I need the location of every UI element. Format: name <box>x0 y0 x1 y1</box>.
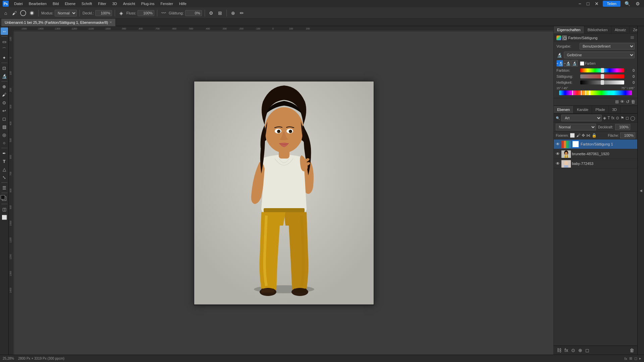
airbrush-icon[interactable]: ◈ <box>118 9 125 17</box>
helligkeit-slider-thumb[interactable] <box>601 80 604 85</box>
stamp-tool[interactable]: ⊙ <box>1 99 8 106</box>
filter-kind-icon[interactable]: ◈ <box>603 116 606 120</box>
sattigung-slider-track[interactable] <box>580 74 624 78</box>
fluss-input[interactable] <box>138 10 154 16</box>
farbton-slider-track[interactable] <box>580 68 624 72</box>
range-handle-left[interactable] <box>572 90 573 95</box>
eyedropper-minus-icon[interactable]: −🔬 <box>564 60 571 67</box>
range-handle-center-left[interactable] <box>581 90 582 95</box>
eyedropper-plus-icon[interactable]: +🔬 <box>556 60 563 67</box>
lock-artboard-icon[interactable]: ⋈ <box>586 133 590 138</box>
smoothing-icon[interactable]: 〰 <box>160 9 167 17</box>
heal-tool[interactable]: ⊕ <box>1 83 8 90</box>
status-fx-icon[interactable]: fx <box>624 357 627 361</box>
menu-filter[interactable]: Filter <box>95 1 109 6</box>
screen-mode-tool[interactable]: ⬜ <box>1 214 8 221</box>
modus-select[interactable]: Normal <box>55 10 77 16</box>
eyedropper-pick-icon[interactable]: 🔬 <box>556 52 562 58</box>
status-collapse-icon[interactable]: ▸ <box>639 356 641 361</box>
properties-settings-icon[interactable] <box>562 36 567 40</box>
flache-input[interactable] <box>620 132 635 138</box>
tab-absatz[interactable]: Absatz <box>611 26 630 34</box>
brush-size-icon[interactable] <box>19 9 27 17</box>
transform-tool[interactable]: ⤡ <box>1 174 8 181</box>
range-handle-right[interactable] <box>590 90 590 95</box>
brush-tool-left[interactable]: 🖌 <box>1 91 8 98</box>
opacity-input[interactable] <box>615 124 630 130</box>
tab-close-icon[interactable]: ✕ <box>109 20 112 24</box>
history-tool[interactable]: ↩ <box>1 107 8 114</box>
tab-document[interactable]: Unbenannt-1 bei 25,3% (Farbton/Sättigung… <box>1 19 116 26</box>
color-range-bar[interactable] <box>559 90 632 95</box>
settings-tool-icon[interactable]: ⚙ <box>208 9 215 17</box>
pen-icon[interactable]: ✏ <box>238 9 246 17</box>
glattung-input[interactable] <box>185 10 202 16</box>
tab-pfade[interactable]: Pfade <box>592 106 609 113</box>
tab-3d[interactable]: 3D <box>609 106 621 113</box>
eyedropper-tool[interactable]: 🔬 <box>1 72 8 80</box>
status-grid-icon[interactable]: ⊞ <box>629 356 632 361</box>
range-handle-center-right[interactable] <box>585 90 586 95</box>
geltungsbereich-select[interactable]: Gelbtöne Rottöne Grüntöne Blautöne <box>564 52 635 58</box>
menu-datei[interactable]: Datei <box>11 1 25 6</box>
helligkeit-slider-track[interactable] <box>580 80 624 84</box>
menu-ebene[interactable]: Ebene <box>62 1 78 6</box>
layer-eye-hue-sat[interactable]: 👁 <box>556 142 560 146</box>
new-layer-icon[interactable]: ◻ <box>584 347 590 354</box>
symmetry-icon[interactable]: ⊞ <box>216 9 224 17</box>
text-tool[interactable]: T <box>1 158 8 165</box>
crop-tool[interactable]: ⊡ <box>1 64 8 72</box>
menu-fenster[interactable]: Fenster <box>158 1 176 6</box>
add-mask-icon[interactable]: ⊙ <box>570 347 576 354</box>
farben-checkbox-label[interactable]: Farben <box>580 61 596 66</box>
filter-mode-icon[interactable]: ⊙ <box>616 116 619 120</box>
clip-layer-icon[interactable]: ⊞ <box>615 99 619 104</box>
home-tool[interactable]: ⌂ <box>2 9 9 17</box>
eraser-tool[interactable]: ◻ <box>1 115 8 122</box>
layer-item-baby[interactable]: 👁 baby-772453 <box>554 159 637 169</box>
marquee-tool[interactable]: ▭ <box>1 38 8 45</box>
share-button[interactable]: Teilen <box>603 1 621 7</box>
blur-tool[interactable]: ◎ <box>1 131 8 138</box>
delete-layer-icon[interactable]: 🗑 <box>629 347 635 354</box>
add-style-icon[interactable]: fx <box>564 347 569 354</box>
quick-select-tool[interactable]: ✦ <box>1 54 8 61</box>
lasso-tool[interactable]: ⌒ <box>1 46 8 53</box>
delete-adj-icon[interactable]: 🗑 <box>631 99 635 104</box>
layer-eye-baby[interactable]: 👁 <box>556 161 560 166</box>
brush-hardness-icon[interactable] <box>28 9 36 17</box>
dodge-tool[interactable]: ○ <box>1 139 8 146</box>
menu-bearbeiten[interactable]: Bearbeiten <box>26 1 49 6</box>
eyedropper-icon[interactable]: 🔬 <box>571 60 578 67</box>
maximize-icon[interactable]: □ <box>585 0 591 7</box>
lock-position-icon[interactable]: ✥ <box>582 133 585 138</box>
close-icon[interactable]: ✕ <box>593 0 600 7</box>
menu-ansicht[interactable]: Ansicht <box>120 1 138 6</box>
tab-ebenen[interactable]: Ebenen <box>554 106 574 113</box>
minimize-icon[interactable]: − <box>577 0 583 7</box>
link-layers-icon[interactable]: ⛓ <box>556 347 562 354</box>
vorgabe-select[interactable]: Benutzerdefiniert <box>580 43 635 50</box>
hand-tool[interactable]: ☰ <box>1 184 8 191</box>
filter-name-icon[interactable]: T <box>607 116 610 120</box>
layer-item-hue-sat[interactable]: 👁 Farbton/Sättigung 1 <box>554 139 637 149</box>
menu-bild[interactable]: Bild <box>50 1 61 6</box>
menu-3d[interactable]: 3D <box>110 1 120 6</box>
pen-tool-left[interactable]: ✒ <box>1 149 8 157</box>
gradient-tool[interactable]: ▨ <box>1 123 8 130</box>
status-new-artboard-icon[interactable]: ◻ <box>634 356 637 361</box>
props-menu-icon[interactable] <box>630 35 635 41</box>
layers-filter-select[interactable]: Art <box>561 115 602 121</box>
farben-checkbox[interactable] <box>580 61 584 66</box>
tab-bibliotheken[interactable]: Bibliotheken <box>584 26 611 34</box>
foreground-color-swatch[interactable] <box>1 195 5 199</box>
tab-kanale[interactable]: Kanäle <box>574 106 592 113</box>
filter-effect-icon[interactable]: fx <box>611 116 614 120</box>
menu-hilfe[interactable]: Hilfe <box>176 1 189 6</box>
farbton-slider-thumb[interactable] <box>601 68 604 73</box>
new-fill-layer-icon[interactable]: ⊕ <box>577 347 583 354</box>
filter-toggle-icon[interactable]: ◯ <box>630 116 635 121</box>
quick-mask-tool[interactable]: ◫ <box>1 205 8 213</box>
layers-mode-select[interactable]: Normal <box>556 124 596 130</box>
deckl-input[interactable] <box>95 10 112 16</box>
